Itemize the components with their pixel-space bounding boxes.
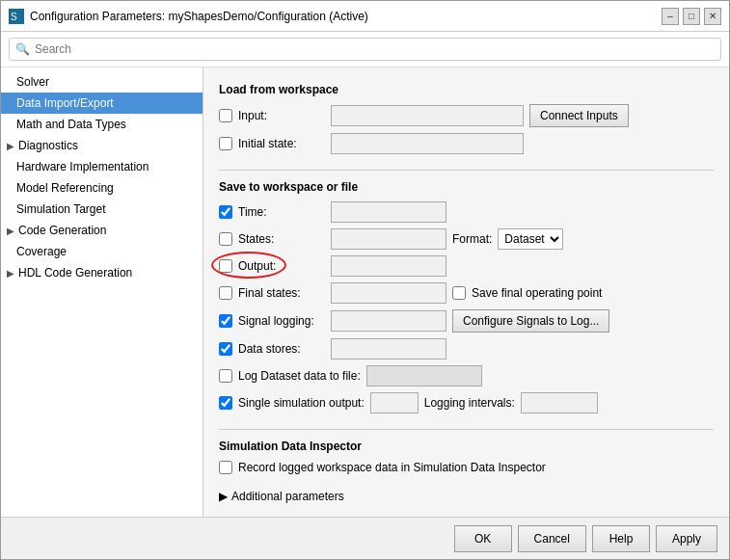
final-states-field[interactable]: xFinal <box>331 282 446 304</box>
sidebar-item-model-referencing[interactable]: Model Referencing <box>1 177 203 199</box>
app-icon: S <box>9 9 24 24</box>
output-row: Output: yout <box>219 255 714 277</box>
data-stores-row: Data stores: dsmout <box>219 338 714 360</box>
ok-button[interactable]: OK <box>454 525 512 552</box>
configure-signals-button[interactable]: Configure Signals to Log... <box>452 309 609 333</box>
single-sim-label: Single simulation output: <box>238 396 365 410</box>
sim-data-inspector-title: Simulation Data Inspector <box>219 440 714 453</box>
sidebar-item-math-data-types[interactable]: Math and Data Types <box>1 114 203 135</box>
sidebar: Solver Data Import/Export Math and Data … <box>1 67 203 517</box>
sidebar-item-data-import-export[interactable]: Data Import/Export <box>1 93 203 114</box>
content-area: Load from workspace Input: [t, u] Connec… <box>203 67 729 517</box>
sidebar-item-hardware-label: Hardware Implementation <box>16 160 149 173</box>
time-checkbox[interactable] <box>219 205 232 219</box>
initial-state-row: Initial state: xInitial <box>219 133 714 154</box>
hdl-arrow-icon: ▶ <box>7 268 14 279</box>
separator-2 <box>219 429 714 430</box>
time-field[interactable]: tout <box>331 201 446 223</box>
output-field[interactable]: yout <box>331 255 446 277</box>
main-content: Solver Data Import/Export Math and Data … <box>1 67 729 517</box>
initial-state-field[interactable]: xInitial <box>331 133 524 154</box>
window-title: Configuration Parameters: myShapesDemo/C… <box>30 10 368 23</box>
additional-params-label: Additional parameters <box>231 490 344 503</box>
sidebar-item-coverage-label: Coverage <box>16 245 67 258</box>
cancel-button[interactable]: Cancel <box>518 525 586 552</box>
signal-logging-row: Signal logging: logsout Configure Signal… <box>219 309 714 333</box>
input-field[interactable]: [t, u] <box>331 105 524 126</box>
states-checkbox[interactable] <box>219 232 232 246</box>
data-stores-field[interactable]: dsmout <box>331 338 446 360</box>
sim-data-inspector-section: Simulation Data Inspector Record logged … <box>219 440 714 474</box>
states-field[interactable]: xout <box>331 228 446 250</box>
close-button[interactable]: ✕ <box>704 8 721 25</box>
single-sim-row: Single simulation output: out Logging in… <box>219 392 714 413</box>
final-states-label: Final states: <box>238 286 325 300</box>
window-controls: – □ ✕ <box>662 8 721 25</box>
connect-inputs-button[interactable]: Connect Inputs <box>529 104 629 127</box>
title-bar: S Configuration Parameters: myShapesDemo… <box>1 1 729 32</box>
svg-text:S: S <box>11 12 17 22</box>
apply-button[interactable]: Apply <box>656 525 717 552</box>
time-row: Time: tout <box>219 201 714 223</box>
separator-1 <box>219 170 714 171</box>
additional-params[interactable]: ▶ Additional parameters <box>219 490 714 503</box>
diagnostics-arrow-icon: ▶ <box>7 141 14 151</box>
save-final-checkbox[interactable] <box>452 286 466 300</box>
sidebar-item-solver-label: Solver <box>16 75 49 89</box>
single-sim-checkbox[interactable] <box>219 396 232 410</box>
record-logged-row: Record logged workspace data in Simulati… <box>219 461 714 474</box>
logging-intervals-field[interactable]: [-inf, inf] <box>521 392 598 413</box>
record-logged-label: Record logged workspace data in Simulati… <box>238 461 546 474</box>
additional-params-arrow-icon: ▶ <box>219 490 228 503</box>
states-row: States: xout Format: Dataset <box>219 228 714 250</box>
sidebar-item-coverage[interactable]: Coverage <box>1 241 203 262</box>
sidebar-item-simulation-target-label: Simulation Target <box>16 202 106 216</box>
log-dataset-label: Log Dataset data to file: <box>238 369 361 383</box>
states-label: States: <box>238 232 325 246</box>
sidebar-item-code-generation-label: Code Generation <box>18 224 106 237</box>
load-section-title: Load from workspace <box>219 83 714 96</box>
format-label: Format: <box>452 232 492 246</box>
format-select[interactable]: Dataset <box>498 228 563 250</box>
search-input[interactable] <box>9 38 721 61</box>
minimize-button[interactable]: – <box>662 8 679 25</box>
final-states-row: Final states: xFinal Save final operatin… <box>219 282 714 304</box>
sidebar-item-hdl-code-generation[interactable]: ▶ HDL Code Generation <box>1 262 203 283</box>
maximize-button[interactable]: □ <box>683 8 700 25</box>
load-from-workspace-section: Load from workspace Input: [t, u] Connec… <box>219 83 714 154</box>
logging-intervals-label: Logging intervals: <box>424 396 515 410</box>
signal-logging-checkbox[interactable] <box>219 314 232 328</box>
sidebar-item-hardware[interactable]: Hardware Implementation <box>1 156 203 177</box>
search-wrapper: 🔍 <box>9 38 721 61</box>
final-states-checkbox[interactable] <box>219 286 232 300</box>
log-dataset-row: Log Dataset data to file: out.mat <box>219 365 714 387</box>
signal-logging-label: Signal logging: <box>238 314 325 328</box>
single-sim-field[interactable]: out <box>370 392 419 413</box>
sidebar-item-diagnostics-label: Diagnostics <box>18 139 78 152</box>
sidebar-item-math-data-types-label: Math and Data Types <box>16 118 126 131</box>
time-label: Time: <box>238 205 325 219</box>
sidebar-item-simulation-target[interactable]: Simulation Target <box>1 199 203 220</box>
log-dataset-checkbox[interactable] <box>219 369 232 383</box>
sidebar-item-diagnostics[interactable]: ▶ Diagnostics <box>1 135 203 156</box>
record-logged-checkbox[interactable] <box>219 461 232 474</box>
search-bar: 🔍 <box>1 32 729 67</box>
save-to-workspace-section: Save to workspace or file Time: tout Sta… <box>219 180 714 413</box>
input-checkbox[interactable] <box>219 109 232 122</box>
code-gen-arrow-icon: ▶ <box>7 226 14 236</box>
log-dataset-field[interactable]: out.mat <box>366 365 482 387</box>
save-final-label: Save final operating point <box>472 286 602 300</box>
initial-state-checkbox[interactable] <box>219 137 232 150</box>
signal-logging-field[interactable]: logsout <box>331 310 446 332</box>
search-icon: 🔍 <box>15 42 30 56</box>
data-stores-checkbox[interactable] <box>219 342 232 356</box>
sidebar-item-code-generation[interactable]: ▶ Code Generation <box>1 220 203 241</box>
initial-state-label: Initial state: <box>238 137 325 150</box>
sidebar-item-data-import-export-label: Data Import/Export <box>16 96 114 110</box>
input-row: Input: [t, u] Connect Inputs <box>219 104 714 127</box>
bottom-bar: OK Cancel Help Apply <box>1 517 729 559</box>
main-window: S Configuration Parameters: myShapesDemo… <box>0 0 730 560</box>
output-checkbox[interactable] <box>219 259 232 273</box>
help-button[interactable]: Help <box>592 525 650 552</box>
sidebar-item-solver[interactable]: Solver <box>1 71 203 93</box>
